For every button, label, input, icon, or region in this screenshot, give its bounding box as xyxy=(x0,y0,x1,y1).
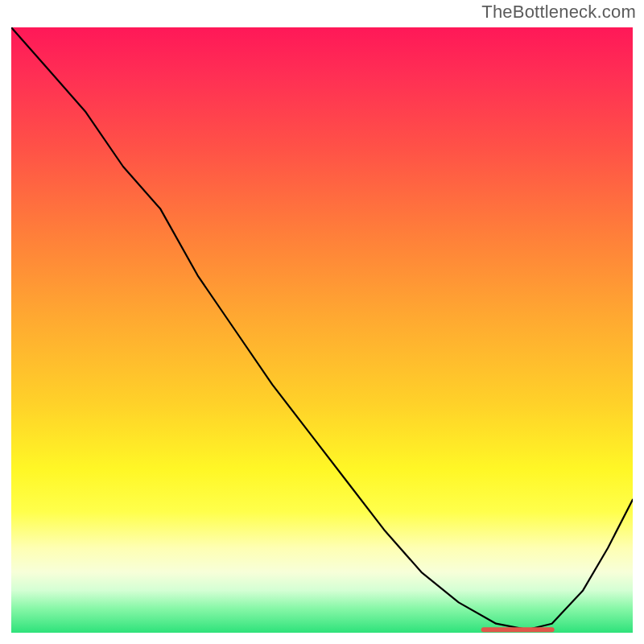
attribution-text: TheBottleneck.com xyxy=(481,2,636,23)
chart-svg xyxy=(11,27,633,633)
bottleneck-curve xyxy=(11,27,633,630)
plot-area xyxy=(11,27,633,633)
chart-container: { "attribution": "TheBottleneck.com", "c… xyxy=(0,0,644,644)
